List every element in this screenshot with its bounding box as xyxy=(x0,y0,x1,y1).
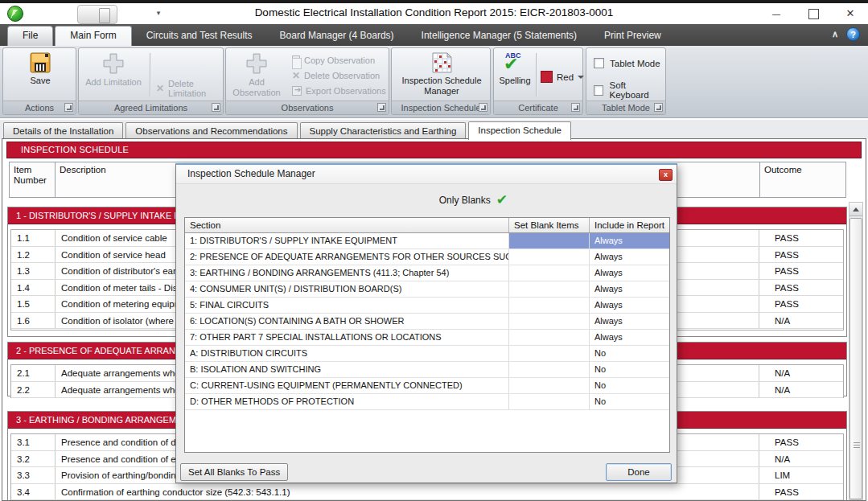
tablet-mode-checkbox[interactable] xyxy=(594,58,604,68)
copy-observation-button[interactable]: Copy Observation xyxy=(292,54,375,67)
dialog-row[interactable]: 7: OTHER PART 7 SPECIAL INSTALLATIONS OR… xyxy=(185,330,669,346)
include-cell[interactable]: Always xyxy=(590,314,669,329)
tab-intelligence-manager[interactable]: Intelligence Manager (5 Statements) xyxy=(409,27,590,46)
section-cell: B: ISOLATION AND SWITCHING xyxy=(185,362,509,377)
tab-file[interactable]: File xyxy=(7,26,53,46)
set-blank-cell[interactable] xyxy=(509,265,590,281)
tab-main-form[interactable]: Main Form xyxy=(55,26,131,46)
item-outcome[interactable]: N/A xyxy=(759,451,843,467)
set-blank-cell[interactable] xyxy=(509,362,590,377)
subtab-observations-recommendations[interactable]: Observations and Recommendations xyxy=(125,122,297,139)
add-limitation-button[interactable]: Add Limitation xyxy=(82,51,145,88)
item-outcome[interactable]: N/A xyxy=(759,382,843,398)
collapse-ribbon-icon[interactable] xyxy=(832,29,838,39)
item-outcome[interactable]: PASS xyxy=(759,280,843,296)
dialog-launcher-icon[interactable] xyxy=(571,103,580,112)
add-observation-button[interactable]: Add Observation xyxy=(229,51,284,98)
include-cell[interactable]: Always xyxy=(590,265,669,281)
include-cell[interactable]: Always xyxy=(590,298,669,313)
dialog-launcher-icon[interactable] xyxy=(377,103,386,112)
dialog-close-button[interactable] xyxy=(659,169,673,181)
tab-board-manager[interactable]: Board Manager (4 Boards) xyxy=(267,27,407,46)
include-cell[interactable]: Always xyxy=(590,233,669,248)
set-blank-cell[interactable] xyxy=(509,394,590,409)
item-outcome[interactable]: N/A xyxy=(759,313,843,329)
item-outcome[interactable]: PASS xyxy=(759,484,843,500)
window-controls xyxy=(765,3,862,24)
set-all-blanks-to-pass-button[interactable]: Set All Blanks To Pass xyxy=(180,463,288,481)
maximize-button[interactable] xyxy=(802,6,825,22)
include-cell[interactable]: No xyxy=(590,346,669,361)
subtab-inspection-schedule[interactable]: Inspection Schedule xyxy=(468,121,571,140)
set-blank-cell[interactable] xyxy=(509,298,590,313)
item-number: 3.1 xyxy=(11,434,56,450)
dialog-row[interactable]: A: DISTRIBUTION CIRCUITS No xyxy=(185,346,669,362)
set-blank-cell[interactable] xyxy=(509,330,590,345)
dialog-row[interactable]: 6: LOCATION(S) CONTAINING A BATH OR SHOW… xyxy=(185,314,669,330)
close-button[interactable] xyxy=(839,6,862,22)
item-outcome[interactable]: PASS xyxy=(759,247,843,263)
done-button[interactable]: Done xyxy=(606,463,672,481)
dropdown-caret-icon xyxy=(578,76,584,79)
tab-print-preview[interactable]: Print Preview xyxy=(591,27,674,46)
form-subtabs: Details of the Installation Observations… xyxy=(0,120,868,139)
delete-observation-button[interactable]: Delete Observation xyxy=(292,69,380,82)
quick-access-caret-icon[interactable] xyxy=(154,8,162,18)
set-blank-cell[interactable] xyxy=(509,346,590,361)
set-blank-cell[interactable] xyxy=(509,314,590,329)
include-cell[interactable]: No xyxy=(590,394,669,409)
dialog-row[interactable]: D: OTHER METHODS OF PROTECTION No xyxy=(185,394,669,410)
subtab-supply-characteristics[interactable]: Supply Characteristics and Earthing xyxy=(300,122,467,139)
dialog-launcher-icon[interactable] xyxy=(64,103,73,112)
section-cell: 7: OTHER PART 7 SPECIAL INSTALLATIONS OR… xyxy=(185,330,509,345)
set-blank-cell[interactable] xyxy=(509,281,590,297)
only-blanks-toggle[interactable]: Only Blanks xyxy=(176,190,677,211)
dialog-row[interactable]: 4: CONSUMER UNIT(S) / DISTRIBUTION BOARD… xyxy=(185,281,669,298)
dialog-launcher-icon[interactable] xyxy=(212,103,220,112)
help-icon[interactable] xyxy=(846,27,860,41)
certificate-colour-dropdown[interactable]: Red xyxy=(541,71,584,83)
include-cell[interactable]: No xyxy=(590,362,669,377)
item-outcome[interactable]: PASS xyxy=(759,434,843,450)
save-button[interactable]: Save xyxy=(16,51,64,86)
tablet-mode-checkbox-row[interactable]: Tablet Mode xyxy=(594,58,660,68)
item-outcome[interactable]: LIM xyxy=(759,467,843,483)
export-observations-button[interactable]: Export Observations xyxy=(292,84,386,97)
scrollbar-up-icon[interactable] xyxy=(849,203,862,216)
dialog-row[interactable]: C: CURRENT-USING EQUIPMENT (PERMANENTLY … xyxy=(185,378,669,394)
subtab-details-of-installation[interactable]: Details of the Installation xyxy=(3,122,123,139)
item-outcome[interactable]: N/A xyxy=(759,365,843,381)
set-blank-cell[interactable] xyxy=(509,249,590,265)
dialog-launcher-icon[interactable] xyxy=(654,103,663,112)
dialog-row[interactable]: 1: DISTRIBUTOR'S / SUPPLY INTAKE EQUIPME… xyxy=(185,233,669,249)
quick-access-button[interactable] xyxy=(77,5,117,24)
delete-limitation-button[interactable]: Delete Limitation xyxy=(156,82,223,95)
minimize-button[interactable] xyxy=(765,6,788,22)
soft-keyboard-checkbox-row[interactable]: Soft Keyboard xyxy=(594,80,665,100)
include-cell[interactable]: Always xyxy=(590,281,669,297)
set-blank-cell[interactable] xyxy=(509,233,590,248)
only-blanks-label: Only Blanks xyxy=(439,195,491,206)
dialog-row[interactable]: B: ISOLATION AND SWITCHING No xyxy=(185,362,669,378)
dialog-launcher-icon[interactable] xyxy=(479,103,487,112)
item-outcome[interactable]: PASS xyxy=(759,230,843,246)
app-logo-icon[interactable] xyxy=(7,6,23,22)
dialog-row[interactable]: 2: PRESENCE OF ADEQUATE ARRANGEMENTS FOR… xyxy=(185,249,669,265)
include-cell[interactable]: No xyxy=(590,378,669,393)
dialog-row[interactable]: 3: EARTHING / BONDING ARRANGEMENTS (411.… xyxy=(185,265,669,281)
include-cell[interactable]: Always xyxy=(590,249,669,265)
column-header-set-blank-items-to: Set Blank Items To xyxy=(509,218,590,232)
scrollbar-thumb[interactable] xyxy=(849,218,862,499)
spelling-button[interactable]: ABC Spelling xyxy=(496,51,534,86)
group-certificate: ABC Spelling Red Certificate xyxy=(493,47,583,115)
include-cell[interactable]: Always xyxy=(590,330,669,345)
vertical-scrollbar[interactable] xyxy=(849,202,863,500)
item-outcome[interactable]: PASS xyxy=(759,296,843,312)
item-outcome[interactable]: PASS xyxy=(759,263,843,279)
dialog-row[interactable]: 5: FINAL CIRCUITS Always xyxy=(185,298,669,314)
soft-keyboard-checkbox[interactable] xyxy=(594,85,603,96)
add-observation-icon xyxy=(245,51,269,76)
tab-circuits-and-test-results[interactable]: Circuits and Test Results xyxy=(134,27,265,46)
inspection-schedule-manager-button[interactable]: Inspection Schedule Manager xyxy=(401,51,482,97)
set-blank-cell[interactable] xyxy=(509,378,590,393)
